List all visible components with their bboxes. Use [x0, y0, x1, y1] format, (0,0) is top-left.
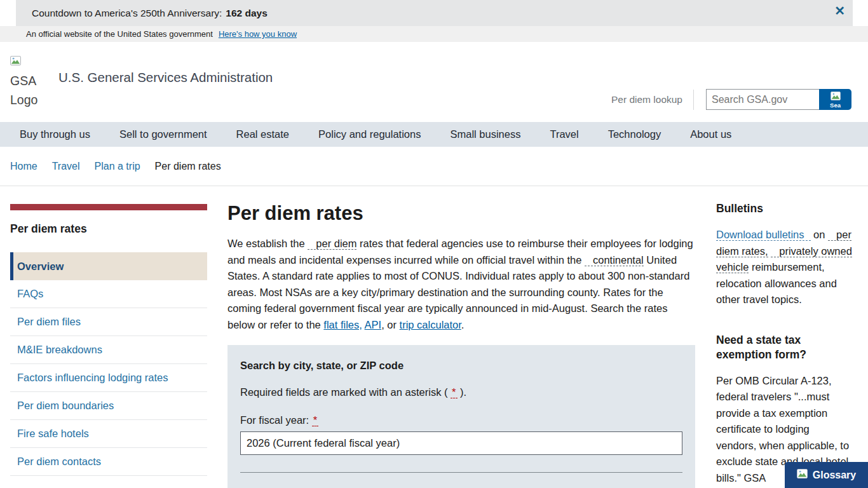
sidebar-item-label[interactable]: Per diem boundaries	[10, 400, 207, 412]
nav-item-policy-and-regulations[interactable]: Policy and regulations	[318, 128, 421, 140]
search-input[interactable]	[706, 89, 819, 110]
fiscal-year-value: 2026 (Current federal fiscal year)	[247, 437, 400, 449]
official-banner: An official website of the United States…	[0, 26, 868, 42]
page: Countdown to America's 250th Anniversary…	[0, 0, 868, 488]
required-asterisk: *	[451, 386, 457, 398]
nav-item-about-us[interactable]: About us	[690, 128, 731, 140]
bulletins-title: Bulletins	[716, 201, 852, 216]
countdown-days: 162 days	[226, 8, 268, 19]
broken-image-icon	[831, 92, 841, 102]
page-title: Per diem rates	[227, 202, 695, 225]
breadcrumb-home[interactable]: Home	[10, 161, 37, 172]
sidebar-item-label[interactable]: Per diem files	[10, 316, 207, 328]
intro-text: , or	[381, 319, 397, 330]
fiscal-year-select[interactable]: 2026 (Current federal fiscal year)	[240, 431, 682, 455]
sidebar-item-label[interactable]: Per diem contacts	[10, 456, 207, 468]
countdown-banner: Countdown to America's 250th Anniversary…	[16, 0, 853, 26]
sidebar-item-per-diem-files[interactable]: Per diem files	[10, 308, 207, 336]
required-note: Required fields are marked with an aster…	[240, 386, 682, 398]
gsa-logo-alt-text: GSA Logo	[10, 74, 37, 106]
nav-item-small-business[interactable]: Small business	[450, 128, 520, 140]
sidebar-item-fire-safe-hotels[interactable]: Fire safe hotels	[10, 420, 207, 448]
search-button[interactable]: Sea	[819, 89, 851, 110]
primary-nav: Buy through us Sell to government Real e…	[0, 122, 868, 147]
glossary-button[interactable]: Glossary	[785, 462, 868, 488]
fiscal-year-label: For fiscal year: *	[240, 414, 682, 426]
sidebar-item-mie-breakdowns[interactable]: M&IE breakdowns	[10, 336, 207, 364]
breadcrumb-travel[interactable]: Travel	[52, 161, 80, 172]
required-note-text: ).	[460, 386, 466, 398]
flat-files-link[interactable]: flat files,	[323, 319, 362, 330]
broken-image-icon	[797, 469, 808, 481]
per-diem-search-panel: Search by city, state, or ZIP code Requi…	[227, 345, 695, 488]
nav-item-sell-to-government[interactable]: Sell to government	[119, 128, 207, 140]
side-nav-title: Per diem rates	[10, 222, 207, 236]
gsa-logo[interactable]: GSA Logo	[10, 52, 51, 109]
main-content: Per diem rates We establish the per diem…	[227, 186, 695, 488]
sidebar-item-label[interactable]: FAQs	[10, 288, 207, 300]
broken-image-icon	[10, 52, 51, 71]
sidebar-item-factors-influencing-lodging-rates[interactable]: Factors influencing lodging rates	[10, 364, 207, 392]
side-nav-list: Overview FAQs Per diem files M&IE breakd…	[10, 252, 207, 476]
breadcrumb: Home Travel Plan a trip Per diem rates	[0, 147, 868, 186]
sidebar-item-overview[interactable]: Overview	[10, 252, 207, 280]
sidebar-item-label[interactable]: M&IE breakdowns	[10, 344, 207, 356]
header-divider	[693, 90, 694, 110]
intro-text: .	[461, 319, 465, 330]
per-diem-lookup-link[interactable]: Per diem lookup	[611, 94, 682, 105]
heres-how-you-know-link[interactable]: Here's how you know	[219, 29, 297, 39]
glossary-button-label: Glossary	[813, 470, 856, 481]
right-sidebar: Bulletins Download bulletins on per diem…	[716, 186, 852, 486]
sidebar-item-label[interactable]: Factors influencing lodging rates	[10, 372, 207, 384]
required-asterisk: *	[312, 414, 318, 426]
intro-text: We establish the	[227, 238, 305, 249]
sidebar-item-label[interactable]: Overview	[13, 261, 207, 273]
trip-calculator-link[interactable]: trip calculator	[400, 319, 461, 330]
bulletins-text-segment: on	[813, 229, 825, 240]
sidebar-item-per-diem-contacts[interactable]: Per diem contacts	[10, 448, 207, 476]
api-link[interactable]: API	[365, 319, 382, 330]
required-note-text: Required fields are marked with an aster…	[240, 386, 447, 398]
countdown-message: Countdown to America's 250th Anniversary…	[16, 8, 222, 19]
download-bulletins-link[interactable]: Download bulletins	[716, 229, 811, 241]
sidebar-item-per-diem-boundaries[interactable]: Per diem boundaries	[10, 392, 207, 420]
breadcrumb-plan-a-trip[interactable]: Plan a trip	[95, 161, 140, 172]
continental-term[interactable]: continental	[585, 254, 644, 266]
site-title: U.S. General Services Administration	[58, 70, 273, 85]
breadcrumb-current: Per diem rates	[155, 161, 221, 172]
content: Per diem rates Overview FAQs Per diem fi…	[0, 186, 868, 488]
nav-item-real-estate[interactable]: Real estate	[236, 128, 289, 140]
bulletins-text: Download bulletins on per diem rates, pr…	[716, 227, 852, 308]
search-button-alt-text: Sea	[830, 102, 841, 109]
sidebar-item-faqs[interactable]: FAQs	[10, 280, 207, 308]
nav-item-buy-through-us[interactable]: Buy through us	[20, 128, 90, 140]
search-panel-title: Search by city, state, or ZIP code	[240, 360, 682, 372]
official-banner-text: An official website of the United States…	[26, 29, 213, 39]
tax-exemption-title: Need a state tax exemption form?	[716, 333, 852, 362]
side-nav: Per diem rates Overview FAQs Per diem fi…	[10, 186, 207, 476]
fiscal-year-label-text: For fiscal year:	[240, 414, 309, 426]
header-actions: Per diem lookup Sea	[611, 89, 851, 110]
nav-item-technology[interactable]: Technology	[608, 128, 661, 140]
close-icon[interactable]: ✕	[834, 4, 845, 17]
site-header: GSA Logo U.S. General Services Administr…	[0, 42, 868, 122]
intro-paragraph: We establish the per diem rates that fed…	[227, 236, 695, 333]
per-diem-term[interactable]: per diem	[308, 238, 356, 250]
nav-item-travel[interactable]: Travel	[550, 128, 578, 140]
sidebar-item-label[interactable]: Fire safe hotels	[10, 428, 207, 440]
panel-divider	[240, 472, 682, 473]
side-nav-accent-bar	[10, 204, 207, 210]
